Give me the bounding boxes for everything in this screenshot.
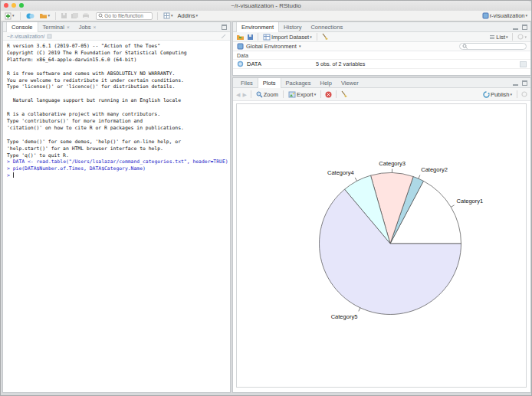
refresh-plot-button[interactable] bbox=[521, 91, 527, 97]
console-cursor bbox=[13, 172, 14, 178]
working-directory[interactable]: ~/r-visualization/ bbox=[7, 34, 44, 39]
maximize-pane-icon[interactable] bbox=[522, 25, 527, 30]
pie-label-tick bbox=[419, 175, 420, 179]
main-toolbar: ▾ ▾ ▾ Addins ▾ bbox=[1, 11, 531, 21]
tab-label: Connections bbox=[310, 24, 343, 31]
maximize-pane-icon[interactable] bbox=[222, 25, 227, 30]
environment-search-box[interactable] bbox=[459, 43, 527, 50]
minimize-pane-icon[interactable] bbox=[513, 25, 518, 30]
global-environment-label[interactable]: Global Environment bbox=[246, 43, 297, 50]
next-plot-button[interactable]: ▶ bbox=[242, 92, 246, 97]
tab-connections[interactable]: Connections bbox=[306, 22, 347, 31]
view-table-icon[interactable] bbox=[520, 61, 527, 67]
tab-label: Help bbox=[320, 80, 331, 87]
export-dropdown[interactable]: Export ▾ bbox=[287, 90, 317, 99]
plots-pane: Files Plots Packages Help Viewer ◀ ▶ Zoo… bbox=[232, 77, 531, 393]
pie-label-category5: Category5 bbox=[331, 313, 358, 320]
tab-environment[interactable]: Environment bbox=[236, 22, 279, 32]
minimize-pane-icon[interactable] bbox=[513, 80, 518, 86]
pie-label-category2: Category2 bbox=[421, 166, 448, 173]
save-all-icon bbox=[71, 12, 79, 19]
environment-object-row[interactable]: DATA 5 obs. of 2 variables bbox=[233, 59, 530, 69]
zoom-magnifier-icon bbox=[256, 91, 263, 98]
data-section-label: Data bbox=[233, 51, 530, 59]
refresh-dropdown[interactable]: ▾ bbox=[517, 33, 527, 41]
pane-layout-button[interactable]: ▾ bbox=[163, 11, 174, 20]
chevron-down-icon: ▾ bbox=[12, 14, 15, 18]
console-prompt-line[interactable]: > bbox=[7, 172, 226, 179]
console-command: > DATA <- read.table("/Users/lsalazar/co… bbox=[7, 159, 226, 165]
tab-packages[interactable]: Packages bbox=[281, 78, 316, 87]
console-tab-bar: Console Terminal× Jobs× bbox=[3, 22, 230, 32]
import-dataset-dropdown[interactable]: Import Dataset ▾ bbox=[262, 33, 313, 41]
console-pane: Console Terminal× Jobs× ~/r-visualizatio… bbox=[2, 21, 231, 393]
console-command: > pie(DATA$Number.of.Times, DATA$Categor… bbox=[7, 165, 226, 172]
new-project-button[interactable] bbox=[25, 11, 35, 20]
addins-dropdown[interactable]: Addins ▾ bbox=[177, 11, 199, 20]
tab-console[interactable]: Console bbox=[6, 22, 38, 32]
close-icon[interactable]: × bbox=[94, 25, 97, 30]
r-startup-banner: R version 3.6.1 (2019-07-05) -- "Action … bbox=[7, 43, 226, 159]
plots-toolbar: ◀ ▶ Zoom Export ▾ P bbox=[233, 88, 530, 101]
tab-plots[interactable]: Plots bbox=[258, 78, 281, 88]
save-icon bbox=[61, 12, 67, 19]
clear-all-plots-button[interactable] bbox=[340, 90, 348, 98]
list-view-dropdown[interactable]: List ▾ bbox=[488, 33, 508, 41]
zoom-button[interactable]: Zoom bbox=[255, 90, 279, 99]
project-dropdown[interactable]: r-visualization ▾ bbox=[481, 11, 528, 20]
tab-label: Files bbox=[241, 80, 253, 87]
list-icon bbox=[489, 34, 495, 40]
tab-label: Terminal bbox=[43, 24, 64, 31]
object-summary: 5 obs. of 2 variables bbox=[316, 61, 365, 67]
go-to-file-input[interactable] bbox=[104, 13, 150, 18]
r-project-cube-icon bbox=[482, 12, 489, 19]
import-dataset-label: Import Dataset bbox=[271, 34, 309, 41]
export-label: Export bbox=[297, 91, 314, 98]
plot-canvas[interactable]: Category1Category2Category3Category4Cate… bbox=[236, 103, 527, 388]
pie-label-category4: Category4 bbox=[327, 169, 354, 176]
maximize-pane-icon[interactable] bbox=[522, 80, 527, 86]
plots-tab-bar: Files Plots Packages Help Viewer bbox=[233, 78, 530, 88]
publish-label: Publish bbox=[491, 91, 510, 98]
addins-label: Addins bbox=[178, 12, 195, 19]
open-folder-icon bbox=[39, 12, 48, 19]
tab-viewer[interactable]: Viewer bbox=[337, 78, 363, 87]
open-file-button[interactable]: ▾ bbox=[38, 11, 51, 20]
chevron-down-icon: ▾ bbox=[506, 35, 508, 39]
console-output[interactable]: R version 3.6.1 (2019-07-05) -- "Action … bbox=[3, 41, 230, 182]
tab-files[interactable]: Files bbox=[236, 78, 258, 87]
tab-history[interactable]: History bbox=[279, 22, 306, 31]
previous-plot-button[interactable]: ◀ bbox=[236, 92, 240, 97]
print-icon bbox=[82, 12, 90, 19]
tab-jobs[interactable]: Jobs× bbox=[74, 22, 101, 31]
load-workspace-button[interactable] bbox=[236, 34, 245, 41]
zoom-label: Zoom bbox=[264, 91, 278, 98]
clear-objects-button[interactable] bbox=[321, 33, 329, 41]
broom-icon bbox=[340, 90, 348, 98]
broom-icon bbox=[321, 33, 329, 41]
tab-label: Plots bbox=[263, 80, 276, 87]
console-path-row: ~/r-visualization/ bbox=[3, 32, 230, 41]
rstudio-window: ~/r-visualization - RStudio ▾ ▾ bbox=[0, 0, 532, 396]
save-button[interactable] bbox=[61, 12, 67, 19]
pie-label-tick bbox=[355, 178, 356, 181]
print-button[interactable] bbox=[82, 12, 90, 19]
environment-scope-row: Global Environment ▾ bbox=[233, 42, 530, 51]
remove-plot-button[interactable] bbox=[325, 91, 332, 98]
global-environment-icon bbox=[237, 43, 244, 50]
search-icon bbox=[462, 44, 468, 49]
new-file-button[interactable]: ▾ bbox=[4, 11, 15, 20]
new-project-icon bbox=[26, 12, 34, 20]
tab-terminal[interactable]: Terminal× bbox=[38, 22, 74, 31]
tab-help[interactable]: Help bbox=[315, 78, 336, 87]
pie-label-tick bbox=[359, 308, 360, 312]
save-workspace-button[interactable] bbox=[247, 34, 254, 41]
save-workspace-icon bbox=[247, 34, 254, 41]
tab-label: Viewer bbox=[341, 80, 359, 87]
publish-dropdown[interactable]: Publish ▾ bbox=[482, 90, 513, 99]
project-label: r-visualization bbox=[490, 12, 525, 19]
close-icon[interactable]: × bbox=[67, 25, 70, 30]
remove-plot-icon bbox=[325, 91, 332, 98]
save-all-button[interactable] bbox=[71, 12, 79, 19]
go-to-file-box[interactable] bbox=[96, 12, 153, 20]
